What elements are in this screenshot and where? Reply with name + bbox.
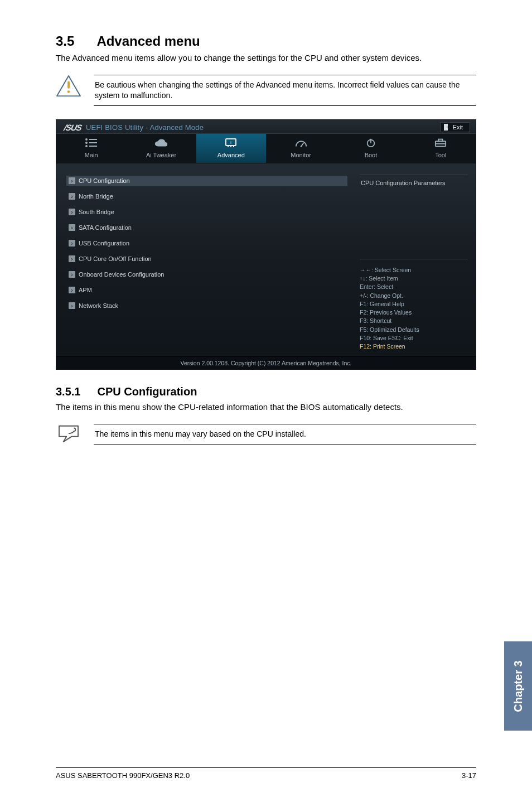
caution-note: Be cautious when changing the settings o… [56, 75, 476, 106]
footer-product: ASUS SABERTOOTH 990FX/GEN3 R2.0 [56, 771, 190, 780]
svg-rect-20 [439, 139, 443, 142]
subsection-intro: The items in this menu show the CPU-rela… [56, 402, 476, 413]
menu-label: Onboard Devices Configuration [79, 271, 164, 278]
exit-label: Exit [453, 124, 463, 131]
right-help-title: CPU Configuration Parameters [360, 175, 468, 259]
info-note: The items in this menu may vary based on… [56, 424, 476, 445]
list-icon [85, 138, 98, 149]
svg-point-6 [85, 142, 88, 144]
chevron-right-icon: › [69, 271, 75, 278]
gauge-icon [295, 138, 307, 149]
svg-rect-3 [447, 127, 448, 128]
bios-footer: Version 2.00.1208. Copyright (C) 2012 Am… [56, 356, 476, 369]
note-icon [56, 424, 81, 443]
caution-icon [56, 75, 81, 97]
info-text: The items in this menu may vary based on… [94, 424, 476, 445]
bios-utility-title: UEFI BIOS Utility - Advanced Mode [86, 123, 204, 132]
tab-boot[interactable]: Boot [336, 134, 405, 163]
section-number: 3.5 [56, 33, 74, 49]
help-line: Enter: Select [360, 283, 468, 291]
svg-rect-13 [230, 146, 231, 147]
help-line: →←: Select Screen [360, 266, 468, 274]
footer-page-number: 3-17 [462, 771, 476, 780]
subsection-number: 3.5.1 [56, 385, 80, 398]
menu-item-north-bridge[interactable]: › North Bridge [66, 191, 347, 201]
menu-item-onboard-devices[interactable]: › Onboard Devices Configuration [66, 269, 347, 279]
svg-point-1 [67, 90, 70, 93]
chip-icon: i [225, 138, 237, 149]
menu-item-cpu-core-onoff[interactable]: › CPU Core On/Off Function [66, 254, 347, 264]
svg-point-16 [300, 146, 302, 147]
chevron-right-icon: › [69, 177, 75, 184]
tab-label: Monitor [266, 152, 336, 158]
svg-rect-9 [89, 146, 97, 147]
help-line: F2: Previous Values [360, 308, 468, 317]
tab-label: Ai Tweaker [126, 152, 196, 158]
menu-label: SATA Configuration [79, 224, 132, 231]
help-line: F1: General Help [360, 300, 468, 308]
cloud-icon [154, 138, 168, 149]
tab-label: Advanced [196, 152, 266, 158]
asus-logo: /SUS [63, 123, 83, 132]
svg-rect-7 [89, 142, 97, 143]
chevron-right-icon: › [69, 287, 75, 293]
help-line: F5: Optimized Defaults [360, 326, 468, 334]
tab-ai-tweaker[interactable]: Ai Tweaker [126, 134, 196, 163]
chapter-tab-label: Chapter 3 [512, 660, 525, 712]
menu-item-cpu-configuration[interactable]: › CPU Configuration [66, 176, 347, 186]
svg-point-8 [85, 145, 88, 147]
menu-label: CPU Core On/Off Function [79, 255, 152, 262]
menu-label: North Bridge [79, 193, 113, 200]
menu-label: USB Configuration [79, 240, 129, 247]
tab-label: Tool [406, 152, 476, 158]
tab-label: Main [56, 152, 126, 158]
subsection-title: CPU Configuration [97, 385, 197, 398]
menu-item-apm[interactable]: › APM [66, 285, 347, 295]
tab-advanced[interactable]: i Advanced [196, 134, 266, 163]
chevron-right-icon: › [69, 193, 75, 200]
svg-rect-0 [67, 81, 70, 89]
exit-icon [444, 124, 449, 131]
chapter-side-tab: Chapter 3 [504, 641, 532, 731]
help-line: +/-: Change Opt. [360, 292, 468, 300]
exit-button[interactable]: Exit [440, 122, 470, 132]
tab-main[interactable]: Main [56, 134, 126, 163]
menu-label: Network Stack [79, 302, 118, 309]
menu-label: CPU Configuration [79, 177, 130, 184]
caution-text: Be cautious when changing the settings o… [94, 75, 476, 106]
menu-item-usb-configuration[interactable]: › USB Configuration [66, 238, 347, 248]
help-line: F12: Print Screen [360, 342, 468, 351]
help-line: ↑↓: Select Item [360, 274, 468, 283]
chevron-right-icon: › [69, 209, 75, 215]
tab-monitor[interactable]: Monitor [266, 134, 336, 163]
menu-item-south-bridge[interactable]: › South Bridge [66, 207, 347, 217]
help-shortcuts: →←: Select Screen ↑↓: Select Item Enter:… [360, 265, 468, 351]
tab-tool[interactable]: Tool [406, 134, 476, 163]
bios-tab-row: Main Ai Tweaker i Advanced Monitor [56, 133, 476, 163]
chevron-right-icon: › [69, 224, 75, 231]
svg-point-4 [85, 138, 88, 141]
help-line: F10: Save ESC: Exit [360, 334, 468, 342]
section-intro: The Advanced menu items allow you to cha… [56, 52, 476, 64]
menu-label: South Bridge [79, 209, 114, 215]
chevron-right-icon: › [69, 302, 75, 309]
svg-rect-14 [233, 146, 234, 147]
svg-rect-12 [228, 146, 229, 147]
toolbox-icon [434, 138, 447, 149]
svg-rect-5 [89, 139, 97, 140]
section-title: Advanced menu [96, 33, 200, 49]
help-line: F3: Shortcut [360, 317, 468, 325]
tab-label: Boot [336, 152, 405, 158]
chevron-right-icon: › [69, 255, 75, 262]
power-icon [366, 138, 376, 149]
svg-text:i: i [231, 141, 232, 144]
menu-item-sata-configuration[interactable]: › SATA Configuration [66, 223, 347, 233]
chevron-right-icon: › [69, 240, 75, 247]
menu-label: APM [79, 287, 92, 293]
menu-item-network-stack[interactable]: › Network Stack [66, 301, 347, 311]
bios-screenshot: /SUS UEFI BIOS Utility - Advanced Mode E… [56, 119, 476, 370]
